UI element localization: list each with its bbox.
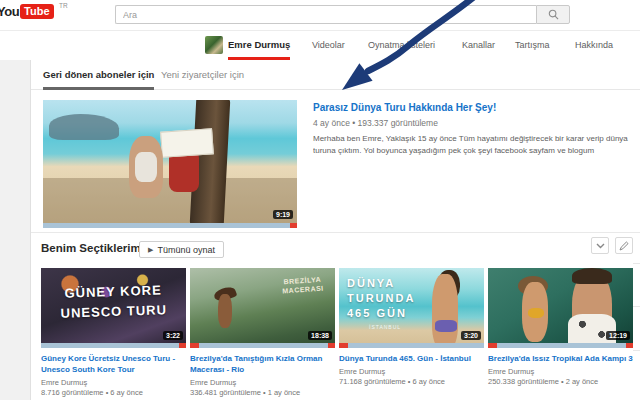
thumbnail-art (49, 114, 119, 140)
progress-bar (190, 343, 335, 348)
tab-tartisma[interactable]: Tartışma (515, 40, 550, 50)
featured-video-description: Merhaba ben Emre, Yaklaşık 15 ay önce Tü… (313, 133, 629, 157)
channel-nav: Emre Durmuş Videolar Oynatma listeleri K… (0, 31, 640, 60)
video-title[interactable]: Dünya Turunda 465. Gün - İstanbul (339, 353, 484, 364)
video-card: DÜNYA TURUNDA 465 GÜN İSTANBUL 3:20 Düny… (339, 268, 484, 386)
featured-video-thumbnail[interactable]: 9:19 (43, 100, 297, 228)
video-channel[interactable]: Emre Durmuş (339, 367, 484, 376)
video-title[interactable]: Brezilya'da Tanıştığım Kızla Orman Macer… (190, 353, 335, 375)
region-label: TR (59, 2, 68, 9)
thumbnail-art (218, 294, 232, 328)
thumbnail-overlay-subtext: İSTANBUL (369, 324, 401, 330)
thumbnail-art (432, 274, 458, 348)
thumbnail-art (435, 320, 457, 332)
right-edge-cutoff (633, 306, 640, 307)
progress-bar-red (328, 343, 335, 348)
playlist-title: Benim Seçtiklerim (41, 242, 141, 254)
progress-bar-red (190, 343, 199, 348)
tab-new-visitors[interactable]: Yeni ziyaretçiler için (161, 60, 244, 90)
featured-video-title[interactable]: Parasız Dünya Turu Hakkında Her Şey! (313, 102, 633, 113)
progress-bar-red (179, 343, 186, 348)
play-all-button[interactable]: ▶ Tümünü oynat (139, 241, 224, 258)
tab-videolar[interactable]: Videolar (312, 40, 345, 50)
video-meta: 8.716 görüntüleme • 6 ay önce (41, 388, 186, 397)
play-all-label: Tümünü oynat (157, 245, 215, 255)
video-card: GÜNEY KORE UNESCO TURU 3:22 Güney Kore Ü… (41, 268, 186, 397)
play-icon: ▶ (148, 246, 153, 254)
progress-bar-red (339, 343, 348, 348)
channel-content: Geri dönen aboneler için Yeni ziyaretçil… (30, 60, 640, 400)
video-meta: 336.481 görüntüleme • 1 ay önce (190, 388, 335, 397)
video-title[interactable]: Güney Kore Ücretsiz Unesco Turu - Unesco… (41, 353, 186, 375)
video-thumbnail[interactable]: 12:19 (488, 268, 633, 348)
progress-bar (41, 343, 186, 348)
right-edge-cutoff (633, 350, 640, 351)
tab-kanallar[interactable]: Kanallar (462, 40, 495, 50)
progress-bar (43, 223, 297, 228)
playlist-video-row: GÜNEY KORE UNESCO TURU 3:22 Güney Kore Ü… (41, 268, 640, 400)
thumbnail-art (528, 308, 544, 318)
top-header: You Tube TR (0, 0, 640, 31)
youtube-channel-page: You Tube TR Emre Durmuş Videolar Oynatma… (0, 0, 640, 400)
duration-badge: 18:38 (308, 331, 332, 340)
progress-bar (339, 343, 484, 348)
video-title[interactable]: Brezilya'da Issız Tropikal Ada Kampı 3 (488, 353, 633, 364)
channel-avatar[interactable] (205, 36, 223, 54)
pencil-icon (619, 241, 629, 251)
video-thumbnail[interactable]: GÜNEY KORE UNESCO TURU 3:22 (41, 268, 186, 348)
video-channel[interactable]: Emre Durmuş (488, 367, 633, 376)
channel-name-tab[interactable]: Emre Durmuş (228, 39, 290, 50)
progress-bar-red (488, 343, 497, 348)
video-meta: 250.338 görüntüleme • 2 ay önce (488, 377, 633, 386)
section-divider (31, 232, 640, 233)
thumbnail-art (160, 128, 214, 158)
progress-bar (488, 343, 633, 348)
progress-bar-red (626, 343, 633, 348)
duration-badge: 12:19 (606, 331, 630, 340)
duration-badge: 9:19 (273, 210, 293, 219)
tab-oynatma-listeleri[interactable]: Oynatma listeleri (368, 40, 435, 50)
thumbnail-art (135, 152, 157, 182)
thumbnail-overlay-text: DÜNYA TURUNDA 465 GÜN (347, 276, 415, 321)
youtube-logo[interactable]: You Tube (0, 4, 54, 19)
youtube-logo-you: You (0, 4, 19, 19)
thumbnail-art (572, 268, 612, 284)
edit-section-button[interactable] (615, 237, 633, 254)
tab-hakkinda[interactable]: Hakkında (575, 40, 613, 50)
duration-badge: 3:22 (163, 331, 183, 340)
right-edge-cutoff (633, 263, 640, 264)
video-channel[interactable]: Emre Durmuş (41, 378, 186, 387)
progress-bar-red (290, 223, 297, 228)
chevron-down-icon (596, 243, 605, 249)
collapse-section-button[interactable] (591, 237, 609, 254)
search-input[interactable] (115, 5, 536, 24)
video-card: 12:19 Brezilya'da Issız Tropikal Ada Kam… (488, 268, 633, 386)
youtube-logo-tube: Tube (20, 4, 53, 19)
video-meta: 71.168 görüntüleme • 6 ay önce (339, 377, 484, 386)
video-channel[interactable]: Emre Durmuş (190, 378, 335, 387)
audience-tabs: Geri dönen aboneler için Yeni ziyaretçil… (31, 60, 640, 90)
search-icon (548, 9, 559, 20)
search-button[interactable] (536, 5, 570, 24)
tab-returning-subscribers[interactable]: Geri dönen aboneler için (43, 60, 154, 90)
video-card: BREZİLYA MACERASI 18:38 Brezilya'da Tanı… (190, 268, 335, 397)
thumbnail-overlay-text: BREZİLYA MACERASI (281, 275, 323, 296)
featured-video-meta: 4 ay önce • 193.337 görüntüleme (313, 118, 438, 128)
video-thumbnail[interactable]: DÜNYA TURUNDA 465 GÜN İSTANBUL 3:20 (339, 268, 484, 348)
video-thumbnail[interactable]: BREZİLYA MACERASI 18:38 (190, 268, 335, 348)
duration-badge: 3:20 (461, 331, 481, 340)
thumbnail-overlay-text: GÜNEY KORE UNESCO TURU (41, 279, 186, 324)
